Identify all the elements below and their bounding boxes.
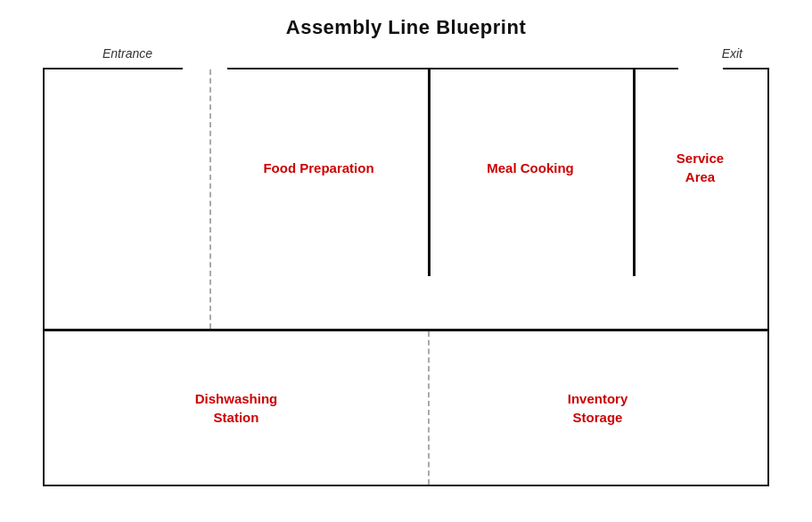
meal-cooking-label: Meal Cooking — [428, 159, 633, 177]
service-area-label: ServiceArea — [633, 149, 767, 186]
food-preparation-label: Food Preparation — [209, 159, 428, 177]
blueprint-container: Food Preparation Meal Cooking ServiceAre… — [43, 68, 769, 486]
page-container: Assembly Line Blueprint Entrance Exit Fo… — [0, 0, 812, 522]
dishwashing-station-label: DishwashingStation — [45, 389, 428, 427]
top-section: Food Preparation Meal Cooking ServiceAre… — [45, 69, 767, 331]
inventory-storage-label: InventoryStorage — [428, 389, 767, 427]
entrance-label: Entrance — [103, 46, 152, 61]
dashed-divider-top — [209, 69, 211, 329]
page-title: Assembly Line Blueprint — [0, 0, 812, 39]
exit-label: Exit — [722, 46, 742, 61]
bottom-section: DishwashingStation InventoryStorage — [45, 331, 767, 485]
